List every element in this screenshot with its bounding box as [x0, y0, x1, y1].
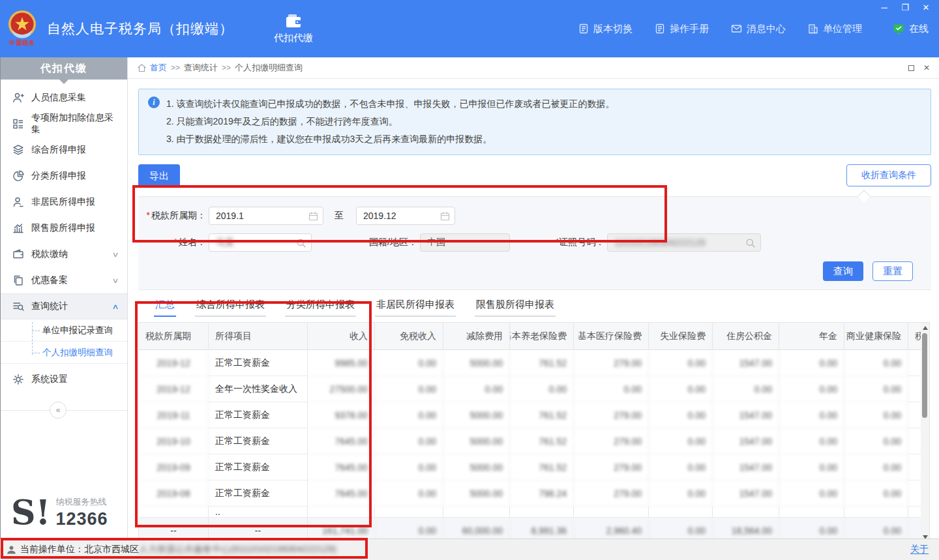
table-cell: 2019-09 [139, 454, 209, 480]
online-label: 在线 [909, 23, 929, 35]
sidebar-item-system-settings[interactable]: 系统设置 [1, 366, 127, 392]
table-cell [649, 507, 713, 518]
search-icon[interactable] [296, 238, 306, 248]
hotline-mark: S! [11, 497, 50, 528]
copy-icon [12, 274, 24, 286]
table-cell [908, 507, 921, 518]
sidebar-item-preferential-filing[interactable]: 优惠备案 ∨ [1, 267, 127, 293]
home-icon [137, 63, 147, 72]
table-cell: 27500.00 [308, 376, 375, 402]
breadcrumb-level1: 查询统计 [184, 62, 218, 74]
sidebar-item-label: 非居民所得申报 [31, 196, 95, 208]
table-row[interactable]: 2019-09正常工资薪金7645.000.005000.00761.52279… [139, 454, 921, 480]
filter-panel-notch [857, 190, 871, 203]
sidebar-item-nonresident-income[interactable]: 非居民所得申报 [1, 189, 127, 215]
table-cell: 0.00 [649, 480, 713, 507]
table-cell [574, 507, 649, 518]
vertical-scrollbar[interactable] [921, 322, 930, 543]
sidebar-item-comprehensive-income[interactable]: 综合所得申报 [1, 137, 127, 163]
menu-message-center[interactable]: 消息中心 [731, 23, 786, 35]
table-row[interactable]: 2019-10正常工资薪金7645.000.005000.00761.52279… [139, 428, 921, 454]
column-header-9: 年金 [779, 323, 844, 350]
nav-withholding[interactable]: 代扣代缴 [274, 13, 313, 44]
tab-nonresident[interactable]: 非居民所得申报表 [375, 299, 456, 317]
sidebar-item-restricted-shares[interactable]: 限售股所得申报 [1, 215, 127, 241]
table-cell: 761.52 [510, 350, 574, 376]
sidebar-item-query-statistics[interactable]: 查询统计 ∧ [1, 293, 127, 319]
calendar-icon[interactable] [308, 211, 318, 221]
period-to-input[interactable]: 2019.12 [356, 207, 455, 225]
sidebar-subitem-personal-withholding-query[interactable]: 个人扣缴明细查询 [1, 342, 127, 364]
sidebar-item-tax-payment[interactable]: 税款缴纳 ∨ [1, 241, 127, 267]
tab-summary[interactable]: 汇总 [154, 299, 176, 317]
table-cell: 9985.00 [308, 350, 375, 376]
breadcrumb-level2: 个人扣缴明细查询 [235, 62, 303, 74]
table-cell: 0.00 [844, 428, 908, 454]
close-icon[interactable]: ✕ [921, 3, 931, 12]
panel-maximize-icon[interactable] [908, 65, 914, 71]
online-status-icon [893, 23, 904, 35]
name-label: *姓名： [138, 237, 206, 248]
breadcrumb-separator: >> [171, 63, 180, 72]
menu-org-management[interactable]: 单位管理 [808, 23, 862, 35]
period-from-input[interactable]: 2019.1 [209, 207, 323, 225]
table-row[interactable]: 2019-12正常工资薪金9985.000.005000.00761.52279… [139, 350, 921, 376]
tab-classified[interactable]: 分类所得申报表 [285, 299, 356, 317]
table-row[interactable]: 2019-11正常工资薪金9378.000.005000.00761.52279… [139, 402, 921, 428]
breadcrumb-home[interactable]: 首页 [150, 62, 167, 74]
export-button[interactable]: 导出 [138, 164, 180, 188]
table-cell [443, 507, 510, 518]
table-cell: 279.00 [574, 428, 649, 454]
reset-button[interactable]: 重置 [872, 261, 913, 281]
table-row[interactable]: .. [139, 507, 921, 518]
table-cell [908, 480, 921, 507]
name-input[interactable]: 马某 [209, 233, 312, 252]
table-cell: 0.00 [779, 428, 844, 454]
sidebar-collapse-button[interactable]: « [50, 402, 67, 419]
table-cell: 0.00 [443, 376, 510, 402]
search-icon[interactable] [745, 238, 756, 248]
name-value: 马某 [216, 237, 234, 248]
menu-manual[interactable]: 操作手册 [655, 23, 709, 35]
restore-icon[interactable]: ❐ [900, 3, 910, 12]
person-add-icon [12, 92, 24, 104]
column-header-0: 税款所属期 [139, 323, 209, 350]
table-cell: 1547.00 [713, 480, 779, 507]
about-link[interactable]: 关于 [910, 544, 929, 555]
sidebar-item-special-deduction[interactable]: 专项附加扣除信息采集 [1, 111, 127, 137]
collapse-filter-button[interactable]: 收折查询条件 [846, 164, 931, 186]
menu-label: 消息中心 [747, 23, 786, 35]
table-cell [908, 376, 921, 402]
calendar-icon[interactable] [440, 211, 450, 221]
chevron-up-icon: ∧ [112, 302, 119, 311]
table-cell [908, 454, 921, 480]
sidebar-item-classified-income[interactable]: 分类所得申报 [1, 163, 127, 189]
panel-close-icon[interactable]: ✕ [923, 63, 930, 72]
table-cell: 正常工资薪金 [209, 480, 308, 507]
table-cell: 2019-12 [139, 350, 209, 376]
query-button[interactable]: 查询 [823, 261, 863, 281]
table-cell: 7645.00 [308, 454, 375, 480]
table-row[interactable]: 2019-12全年一次性奖金收入27500.000.000.000.000.00… [139, 376, 921, 402]
menu-version-switch[interactable]: 版本切换 [578, 23, 633, 35]
table-cell: 0.00 [779, 402, 844, 428]
minimize-icon[interactable]: ─ [879, 3, 889, 12]
tab-restricted-shares[interactable]: 限售股所得申报表 [475, 299, 556, 317]
filter-panel: *税款所属期： 2019.1 至 2019.12 [138, 196, 931, 290]
table-row[interactable]: 2019-08正常工资薪金7645.000.005000.00798.24279… [139, 480, 921, 507]
brand-seal-text: 中国税务 [9, 38, 35, 48]
vertical-scroll-thumb[interactable] [922, 333, 927, 418]
building-icon [808, 23, 818, 34]
scroll-up-icon[interactable] [923, 326, 928, 330]
table-cell: 761.52 [510, 454, 574, 480]
sidebar-item-label: 系统设置 [31, 374, 68, 385]
hotline-logo: S! 纳税服务热线 12366 [11, 496, 108, 529]
sidebar-item-personnel-info[interactable]: 人员信息采集 [1, 85, 127, 111]
table-cell: 正常工资薪金 [209, 350, 308, 376]
sidebar-subitem-unit-declare-query[interactable]: 单位申报记录查询 [1, 319, 127, 342]
notice-line: 2. 只能查询2019年及之后的数据，不能进行跨年度查询。 [166, 113, 921, 130]
table-cell: 0.00 [375, 454, 443, 480]
tab-comprehensive[interactable]: 综合所得申报表 [195, 299, 266, 317]
id-number-input[interactable]: 110102199304222129 [607, 233, 761, 252]
table-cell: 0.00 [779, 480, 844, 507]
